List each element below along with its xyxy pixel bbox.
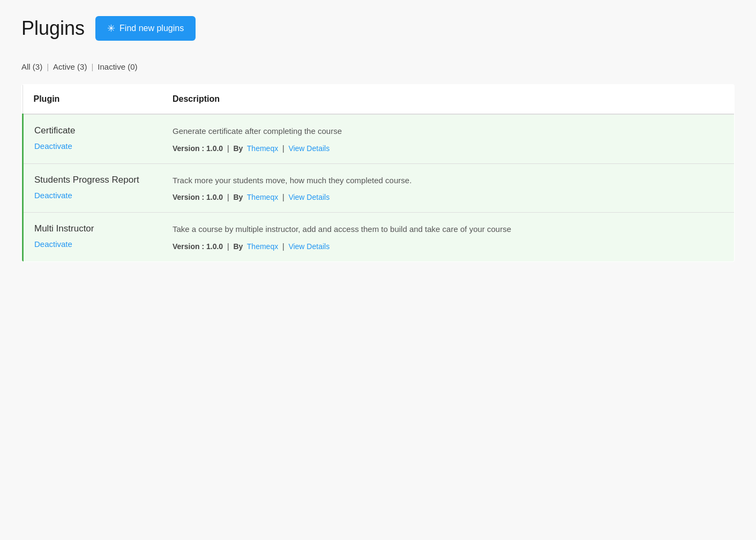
description-cell-1: Track more your students move, how much …	[162, 163, 735, 213]
view-details-link[interactable]: View Details	[288, 144, 330, 153]
plugin-description: Track more your students move, how much …	[173, 175, 723, 187]
plugin-cell-2: Multi Instructor Deactivate	[23, 213, 162, 262]
filter-active[interactable]: Active (3)	[53, 62, 87, 71]
description-cell-0: Generate certificate after completing th…	[162, 114, 735, 163]
plugin-description: Take a course by multiple instructor, ad…	[173, 223, 723, 236]
filter-all[interactable]: All (3)	[21, 62, 42, 71]
plugin-icon: ✳	[107, 22, 115, 34]
version-label: Version : 1.0.0	[173, 193, 223, 201]
view-details-link[interactable]: View Details	[288, 242, 330, 251]
col-header-description: Description	[162, 85, 735, 115]
author-link[interactable]: Themeqx	[247, 193, 278, 201]
plugin-name: Multi Instructor	[34, 223, 151, 234]
plugin-meta: Version : 1.0.0 | By Themeqx | View Deta…	[173, 242, 723, 251]
version-label: Version : 1.0.0	[173, 144, 223, 153]
plugin-cell-0: Certificate Deactivate	[23, 114, 162, 163]
plugin-description: Generate certificate after completing th…	[173, 125, 723, 138]
col-header-plugin: Plugin	[23, 85, 162, 115]
by-label: By	[233, 193, 243, 201]
author-link[interactable]: Themeqx	[247, 242, 278, 251]
plugin-meta: Version : 1.0.0 | By Themeqx | View Deta…	[173, 193, 723, 201]
plugin-cell-1: Students Progress Report Deactivate	[23, 163, 162, 213]
view-details-link[interactable]: View Details	[288, 193, 330, 201]
description-cell-2: Take a course by multiple instructor, ad…	[162, 213, 735, 262]
by-label: By	[233, 144, 243, 153]
separator-1: |	[47, 62, 49, 71]
page-header: Plugins ✳ Find new plugins	[21, 16, 735, 41]
deactivate-link[interactable]: Deactivate	[34, 191, 72, 200]
table-row: Multi Instructor Deactivate Take a cours…	[23, 213, 735, 262]
filter-bar: All (3) | Active (3) | Inactive (0)	[21, 62, 735, 71]
table-row: Certificate Deactivate Generate certific…	[23, 114, 735, 163]
plugin-name: Certificate	[34, 125, 151, 136]
page-title: Plugins	[21, 17, 85, 40]
find-new-plugins-button[interactable]: ✳ Find new plugins	[95, 16, 196, 41]
table-header-row: Plugin Description	[23, 85, 735, 115]
separator-2: |	[91, 62, 93, 71]
table-row: Students Progress Report Deactivate Trac…	[23, 163, 735, 213]
plugin-meta: Version : 1.0.0 | By Themeqx | View Deta…	[173, 144, 723, 153]
find-plugins-label: Find new plugins	[119, 24, 184, 33]
deactivate-link[interactable]: Deactivate	[34, 239, 72, 249]
author-link[interactable]: Themeqx	[247, 144, 278, 153]
version-label: Version : 1.0.0	[173, 242, 223, 251]
plugins-table: Plugin Description Certificate Deactivat…	[21, 84, 735, 262]
plugin-name: Students Progress Report	[34, 175, 151, 185]
deactivate-link[interactable]: Deactivate	[34, 141, 72, 151]
by-label: By	[233, 242, 243, 251]
filter-inactive[interactable]: Inactive (0)	[98, 62, 137, 71]
